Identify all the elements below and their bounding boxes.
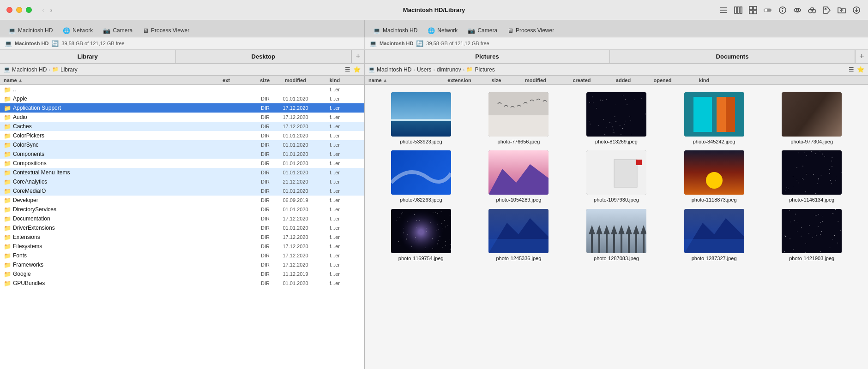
photo-canvas	[391, 209, 451, 253]
photo-thumbnail	[586, 209, 646, 253]
grid-item[interactable]: photo-1097930.jpeg	[569, 150, 663, 203]
table-row[interactable]: 📁GoogleDIR11.12.2019f...er	[0, 269, 364, 279]
minimize-button[interactable]	[16, 7, 22, 13]
rcol-kind-header[interactable]: kind	[683, 77, 725, 83]
grid-item[interactable]: photo-1146134.jpeg	[765, 150, 859, 203]
binoculars-icon[interactable]	[807, 5, 817, 15]
table-row[interactable]: 📁CoreMediaIODIR01.01.2020f...er	[0, 186, 364, 196]
table-row[interactable]: 📁ColorSyncDIR01.01.2020f...er	[0, 140, 364, 149]
table-row[interactable]: 📁AudioDIR17.12.2020f...er	[0, 113, 364, 122]
table-row[interactable]: 📁..f...er	[0, 85, 364, 94]
grid-item[interactable]: photo-977304.jpeg	[765, 92, 859, 145]
table-row[interactable]: 📁FilesystemsDIR17.12.2020f...er	[0, 242, 364, 251]
table-row[interactable]: 📁FrameworksDIR17.12.2020f...er	[0, 260, 364, 269]
svg-point-17	[808, 9, 812, 13]
close-button[interactable]	[6, 7, 12, 13]
right-tab-process-viewer[interactable]: 🖥 Process Viewer	[503, 22, 559, 39]
sort-arrow-icon: ▲	[18, 78, 23, 83]
bc-list-icon[interactable]: ☰	[345, 66, 350, 73]
col-name-header[interactable]: name ▲	[0, 77, 212, 83]
table-row[interactable]: 📁CompositionsDIR01.01.2020f...er	[0, 159, 364, 168]
table-row[interactable]: 📁CachesDIR17.12.2020f...er	[0, 122, 364, 131]
rbc-pictures[interactable]: Pictures	[475, 66, 494, 73]
rcol-name-header[interactable]: name ▲	[365, 77, 439, 83]
grid-item[interactable]: photo-1287083.jpeg	[569, 209, 663, 262]
tag-icon[interactable]	[822, 5, 832, 15]
left-tab-macintosh-hd[interactable]: 💻 Macintosh HD	[4, 22, 57, 39]
list-view-icon[interactable]	[718, 5, 729, 15]
left-tab-network[interactable]: 🌐 Network	[58, 22, 97, 39]
bc-star-icon[interactable]: ⭐	[353, 66, 361, 73]
col-kind-value: f...er	[319, 271, 351, 277]
table-row[interactable]: 📁Application SupportDIR17.12.2020f...er	[0, 103, 364, 113]
table-row[interactable]: 📁FontsDIR17.12.2020f...er	[0, 251, 364, 260]
download-icon[interactable]	[851, 5, 862, 15]
col-ext-header[interactable]: ext	[212, 77, 240, 83]
add-left-panel-button[interactable]: +	[351, 50, 364, 63]
col-size-value: DIR	[240, 142, 272, 148]
table-row[interactable]: 📁Contextual Menu ItemsDIR01.01.2020f...e…	[0, 168, 364, 177]
col-modified-value: 17.12.2020	[272, 124, 319, 129]
left-tab-camera[interactable]: 📷 Camera	[98, 22, 137, 39]
rbc-macintosh-hd[interactable]: Macintosh HD	[377, 66, 411, 73]
grid-item[interactable]: photo-533923.jpeg	[374, 92, 468, 145]
rcol-size-header[interactable]: size	[480, 77, 512, 83]
info-icon[interactable]	[778, 5, 788, 15]
grid-item[interactable]: photo-1054289.jpeg	[472, 150, 566, 203]
column-view-icon[interactable]	[733, 5, 743, 15]
table-row[interactable]: 📁DriverExtensionsDIR01.01.2020f...er	[0, 223, 364, 232]
folder-upload-icon[interactable]	[837, 5, 847, 15]
eye-icon[interactable]	[792, 5, 802, 15]
col-size-value: DIR	[240, 197, 272, 203]
maximize-button[interactable]	[26, 7, 32, 13]
col-size-header[interactable]: size	[240, 77, 272, 83]
rbc-list-icon[interactable]: ☰	[849, 66, 854, 73]
rcol-added-header[interactable]: added	[605, 77, 642, 83]
rcol-ext-header[interactable]: extension	[439, 77, 480, 83]
grid-item[interactable]: photo-1245336.jpeg	[472, 209, 566, 262]
table-row[interactable]: 📁ColorPickersDIR01.01.2020f...er	[0, 131, 364, 140]
grid-item[interactable]: photo-845242.jpeg	[667, 92, 761, 145]
right-tab-network[interactable]: 🌐 Network	[423, 22, 462, 39]
rcol-opened-header[interactable]: opened	[642, 77, 683, 83]
grid-item[interactable]: photo-1118873.jpeg	[667, 150, 761, 203]
rcol-created-header[interactable]: created	[559, 77, 605, 83]
bc-macintosh-hd[interactable]: Macintosh HD	[12, 66, 47, 73]
file-name: Frameworks	[13, 262, 43, 268]
table-row[interactable]: 📁DirectoryServicesDIR01.01.2020f...er	[0, 205, 364, 214]
back-button[interactable]: ‹	[40, 5, 46, 15]
col-modified-value: 17.12.2020	[272, 262, 319, 268]
col-kind-value: f...er	[319, 197, 351, 203]
bc-library[interactable]: Library	[60, 66, 78, 73]
toggle-icon[interactable]	[763, 5, 773, 15]
grid-item[interactable]: photo-813269.jpeg	[569, 92, 663, 145]
grid-item[interactable]: photo-1421903.jpeg	[765, 209, 859, 262]
right-tab-macintosh-hd[interactable]: 💻 Macintosh HD	[368, 22, 422, 39]
grid-view-icon[interactable]	[748, 5, 758, 15]
col-modified-header[interactable]: modified	[272, 77, 319, 83]
rcol-modified-header[interactable]: modified	[512, 77, 559, 83]
table-row[interactable]: 📁CoreAnalyticsDIR21.12.2020f...er	[0, 177, 364, 186]
table-row[interactable]: 📁DeveloperDIR06.09.2019f...er	[0, 196, 364, 205]
rbc-dimtrunov[interactable]: dimtrunov	[437, 66, 461, 73]
table-row[interactable]: 📁ExtensionsDIR17.12.2020f...er	[0, 232, 364, 242]
table-row[interactable]: 📁AppleDIR01.01.2020f...er	[0, 94, 364, 103]
col-kind-label: kind	[330, 77, 340, 83]
rbc-users[interactable]: Users	[417, 66, 431, 73]
file-name: Apple	[13, 95, 27, 102]
right-tab-camera[interactable]: 📷 Camera	[463, 22, 502, 39]
grid-item[interactable]: photo-1169754.jpeg	[374, 209, 468, 262]
col-kind-header[interactable]: kind	[319, 77, 351, 83]
forward-button[interactable]: ›	[48, 5, 54, 15]
table-row[interactable]: 📁ComponentsDIR01.01.2020f...er	[0, 149, 364, 159]
add-right-panel-button[interactable]: +	[855, 50, 868, 63]
table-row[interactable]: 📁GPUBundlesDIR01.01.2020f...er	[0, 279, 364, 288]
table-row[interactable]: 📁DocumentationDIR17.12.2020f...er	[0, 214, 364, 223]
grid-item[interactable]: photo-1287327.jpeg	[667, 209, 761, 262]
photo-label: photo-533923.jpeg	[400, 138, 442, 145]
add-right-icon: +	[859, 52, 864, 61]
grid-item[interactable]: photo-776656.jpeg	[472, 92, 566, 145]
rbc-star-icon[interactable]: ⭐	[857, 66, 864, 73]
left-tab-process-viewer[interactable]: 🖥 Process Viewer	[138, 22, 194, 39]
grid-item[interactable]: photo-982263.jpeg	[374, 150, 468, 203]
